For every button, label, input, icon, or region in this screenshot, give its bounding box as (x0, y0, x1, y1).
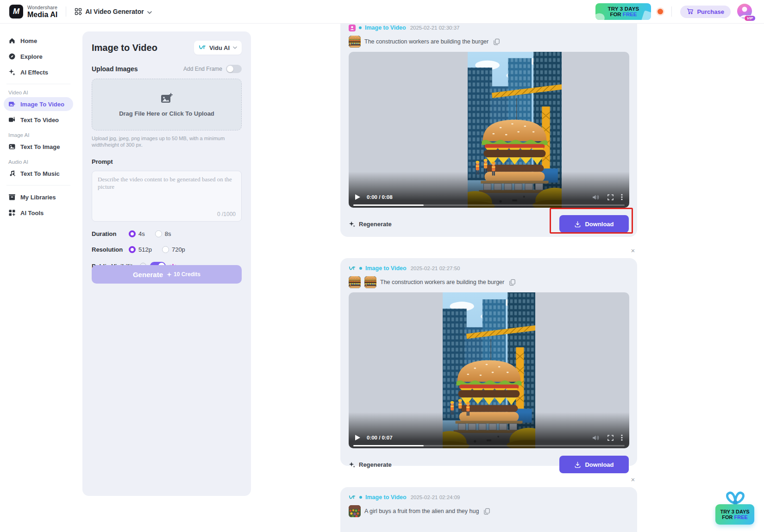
play-button[interactable] (355, 435, 360, 440)
brand-logo[interactable]: M Wondershare Media AI (0, 5, 57, 19)
user-avatar[interactable]: VIP (737, 4, 753, 19)
banner-decoration (641, 10, 651, 20)
result-card: Image to Video 2025-02-21 02:27:50 (340, 258, 637, 466)
sidebar-item-my-libraries[interactable]: My Libraries (4, 190, 73, 204)
generate-credits: 10 Credits (174, 271, 200, 278)
source-image-thumbnail[interactable] (349, 36, 361, 48)
result-type-label: Image to Video (365, 265, 407, 272)
close-result-button[interactable]: × (629, 247, 637, 254)
music-note-icon (8, 170, 16, 177)
badge-line1: TRY 3 DAYS (720, 509, 749, 514)
upload-hint: Upload jpg, jpeg, png images up to 50 MB… (92, 135, 242, 148)
prompt-input[interactable] (92, 171, 241, 211)
generate-button[interactable]: Generate 10 Credits (92, 265, 242, 284)
regenerate-button[interactable]: Regenerate (349, 461, 392, 468)
brand-name-top: Wondershare (27, 5, 57, 10)
result-timestamp: 2025-02-21 02:30:37 (410, 25, 460, 31)
banner-line1: TRY 3 DAYS (607, 6, 639, 12)
vidu-logo-icon (349, 265, 356, 272)
apps-grid-icon (75, 8, 82, 15)
download-icon (574, 221, 581, 228)
play-button[interactable] (355, 194, 360, 200)
sidebar-item-image-to-video[interactable]: Image To Video (4, 97, 73, 111)
result-prompt: The construction workers are building th… (380, 279, 504, 285)
resolution-label: Resolution (92, 246, 129, 253)
result-card: Image to Video 2025-02-21 02:24:09 A gir… (340, 487, 637, 532)
free-trial-banner[interactable]: TRY 3 DAYS FOR FREE (595, 3, 651, 20)
notification-dot[interactable] (658, 9, 663, 14)
duration-option-8s[interactable]: 8s (155, 230, 171, 237)
banner-line2-prefix: FOR (610, 12, 622, 17)
fullscreen-icon[interactable] (607, 194, 614, 200)
more-options-icon[interactable] (621, 194, 623, 200)
more-options-icon[interactable] (621, 434, 623, 441)
character-counter: 0 /1000 (217, 211, 236, 217)
video-player[interactable]: 0:00 / 0:08 (349, 52, 629, 208)
result-timestamp: 2025-02-21 02:27:50 (411, 266, 460, 271)
results-feed: Image to Video 2025-02-21 02:30:37 (340, 0, 646, 532)
end-frame-toggle[interactable] (226, 65, 242, 73)
vidu-logo-icon (349, 494, 356, 501)
result-prompt: A girl buys a fruit from the alien and t… (364, 508, 479, 514)
upload-dropzone[interactable]: Drag File Here or Click To Upload (92, 79, 242, 130)
seek-bar[interactable] (353, 445, 625, 447)
badge-line2-prefix: FOR (722, 514, 734, 520)
vip-badge: VIP (744, 15, 756, 21)
cart-icon (687, 8, 694, 15)
image-to-video-panel: Image to Video Vidu AI Upload Images Add… (82, 31, 251, 496)
sidebar: Home Explore AI Effects Video AI Image T… (0, 24, 77, 532)
upload-section-label: Upload Images (92, 65, 138, 73)
sidebar-item-home[interactable]: Home (4, 34, 73, 48)
free-trial-badge[interactable]: TRY 3 DAYS FOR FREE (714, 489, 756, 526)
provider-icon (349, 25, 356, 31)
purchase-button[interactable]: Purchase (680, 6, 731, 18)
copy-prompt-button[interactable] (482, 507, 491, 516)
sidebar-section-image-ai: Image AI (8, 132, 77, 138)
resolution-option-720p[interactable]: 720p (162, 246, 185, 253)
generate-label: Generate (133, 271, 163, 278)
status-dot (359, 26, 362, 29)
sidebar-item-ai-tools[interactable]: AI Tools (4, 206, 73, 220)
banner-line2-highlight: FREE (623, 12, 637, 17)
duration-option-4s[interactable]: 4s (129, 230, 145, 237)
image-upload-icon (160, 93, 173, 105)
copy-prompt-button[interactable] (508, 278, 517, 287)
banner-decoration (595, 12, 606, 20)
header-divider (671, 6, 672, 17)
header-divider (66, 6, 66, 17)
home-icon (8, 37, 16, 44)
resolution-option-512p[interactable]: 512p (129, 246, 152, 253)
dropzone-text: Drag File Here or Click To Upload (119, 110, 214, 117)
sidebar-item-explore[interactable]: Explore (4, 49, 73, 63)
text-to-video-icon (8, 116, 16, 124)
result-type-label: Image to Video (365, 25, 406, 31)
volume-icon[interactable] (592, 194, 600, 200)
copy-prompt-button[interactable] (492, 37, 501, 46)
top-header: M Wondershare Media AI AI Video Generato… (0, 0, 764, 24)
credit-star-icon (167, 272, 172, 277)
model-select[interactable]: Vidu AI (194, 41, 242, 55)
video-player[interactable]: 0:00 / 0:07 (349, 292, 629, 448)
seek-bar[interactable] (353, 204, 625, 206)
badge-line2-highlight: FREE (734, 514, 747, 520)
download-button[interactable]: Download (559, 215, 629, 233)
sparkle-icon (349, 461, 356, 468)
brand-name-bottom: Media AI (27, 11, 57, 19)
sidebar-item-ai-effects[interactable]: AI Effects (4, 65, 73, 79)
regenerate-button[interactable]: Regenerate (349, 221, 392, 228)
source-image-thumbnail[interactable] (349, 505, 361, 517)
fullscreen-icon[interactable] (607, 435, 614, 441)
volume-icon[interactable] (592, 435, 600, 441)
sidebar-item-text-to-image[interactable]: Text To Image (4, 140, 73, 154)
sidebar-item-text-to-music[interactable]: Text To Music (4, 167, 73, 180)
close-result-button[interactable]: × (629, 476, 637, 483)
source-image-thumbnail[interactable] (364, 276, 376, 288)
sidebar-section-audio-ai: Audio AI (8, 159, 77, 165)
source-image-thumbnail[interactable] (349, 276, 361, 288)
sidebar-item-text-to-video[interactable]: Text To Video (4, 113, 73, 127)
app-switcher-label: AI Video Generator (85, 8, 144, 15)
sparkle-icon (349, 221, 356, 228)
app-switcher[interactable]: AI Video Generator (75, 7, 152, 16)
status-dot (359, 496, 362, 499)
download-button[interactable]: Download (559, 456, 629, 473)
